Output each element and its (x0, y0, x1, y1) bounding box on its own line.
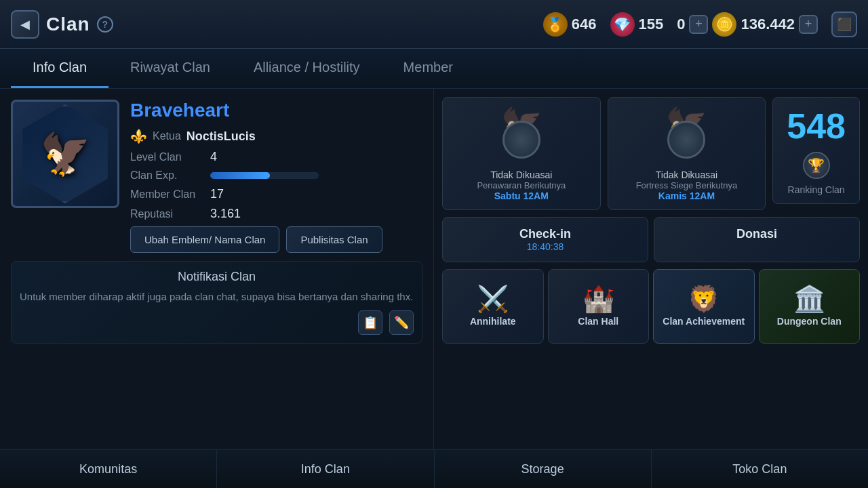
leader-name: NoctisLucis (186, 129, 256, 144)
notification-icons: 📋 ✏️ (20, 310, 414, 335)
notification-title: Notifikasi Clan (20, 270, 414, 284)
back-button[interactable]: ◀ (11, 10, 39, 39)
tab-riwayat-clan[interactable]: Riwayat Clan (108, 49, 232, 88)
ranking-icon: 🏆 (803, 152, 830, 179)
publicize-button[interactable]: Publisitas Clan (286, 226, 382, 253)
logout-button[interactable]: ⬛ (831, 12, 857, 37)
nav-komunitas[interactable]: Komunitas (0, 450, 217, 488)
gold-stat: 0 + 🪙 136.442 + (677, 12, 818, 37)
dungeon-card[interactable]: 🏛️ Dungeon Clan (759, 269, 861, 344)
checkin-time: 18:40:38 (452, 241, 638, 252)
tab-member[interactable]: Member (382, 49, 475, 88)
nav-toko-clan[interactable]: Toko Clan (652, 450, 868, 488)
coin-icon: 🪙 (712, 12, 736, 37)
donasi-button[interactable]: Donasi (654, 217, 860, 262)
clan-hall-label: Clan Hall (578, 316, 618, 327)
copy-icon[interactable]: 📋 (358, 310, 382, 335)
annihilate-card[interactable]: ⚔️ Annihilate (442, 269, 544, 344)
tab-bar: Info Clan Riwayat Clan Alliance / Hostil… (0, 49, 868, 89)
clan-name: Braveheart (130, 100, 422, 121)
fortress-time-1: Sabtu 12AM (494, 190, 549, 201)
level-label: Level Clan (130, 151, 205, 163)
fortress-label-1: Tidak Dikuasai (490, 169, 552, 180)
fortress-label-2: Tidak Dikuasai (656, 169, 717, 180)
leader-crown-icon: ⚜️ (130, 128, 147, 144)
clan-buttons: Ubah Emblem/ Nama Clan Publisitas Clan (130, 226, 422, 253)
edit-icon[interactable]: ✏️ (389, 310, 414, 335)
fortress-card-1: 🦅 Tidak Dikuasai Penawaran Berikutnya Sa… (442, 97, 601, 210)
tab-alliance-hostility[interactable]: Alliance / Hostility (232, 49, 382, 88)
clan-details: Braveheart ⚜️ Ketua NoctisLucis Level Cl… (130, 100, 422, 253)
leader-label: Ketua (153, 130, 181, 142)
fortress-sublabel-1: Penawaran Berikutnya (477, 180, 566, 190)
achievement-icon: 🦁 (688, 286, 719, 312)
header-stats: 🏅 646 💎 155 0 + 🪙 136.442 + ⬛ (543, 12, 857, 37)
member-label: Member Clan (130, 188, 205, 201)
clan-hall-card[interactable]: 🏰 Clan Hall (548, 269, 650, 344)
right-panel: 🦅 Tidak Dikuasai Penawaran Berikutnya Sa… (434, 89, 868, 488)
ranking-card: 548 🏆 Ranking Clan (772, 97, 860, 204)
page-title: Clan (46, 14, 90, 35)
dungeon-icon: 🏛️ (793, 286, 825, 312)
fortress-medal-2: 🦅 (659, 106, 713, 167)
checkin-button[interactable]: Check-in 18:40:38 (442, 217, 648, 262)
reputation-row: Reputasi 3.161 (130, 207, 422, 221)
achievement-label: Clan Achievement (663, 316, 745, 327)
fortress-row: 🦅 Tidak Dikuasai Penawaran Berikutnya Sa… (442, 97, 860, 210)
donasi-label: Donasi (664, 227, 850, 241)
ranking-label: Ranking Clan (788, 184, 845, 195)
exp-label: Clan Exp. (130, 169, 205, 182)
clan-hall-icon: 🏰 (583, 286, 614, 312)
nav-storage[interactable]: Storage (435, 450, 652, 488)
medal-circle-1 (502, 121, 540, 159)
tab-info-clan[interactable]: Info Clan (11, 49, 108, 88)
clan-info-row: 🦅 Braveheart ⚜️ Ketua NoctisLucis Level … (11, 100, 422, 253)
gold-add-button[interactable]: + (689, 15, 708, 34)
coin-value: 136.442 (741, 16, 795, 33)
checkin-label: Check-in (452, 227, 638, 241)
bronze-icon: 🏅 (543, 12, 568, 37)
annihilate-icon: ⚔️ (477, 286, 509, 312)
change-emblem-button[interactable]: Ubah Emblem/ Nama Clan (130, 226, 279, 253)
gem-icon: 💎 (610, 12, 635, 37)
medal-circle-2 (667, 121, 705, 159)
clan-emblem-icon: 🦅 (40, 130, 91, 178)
main-content: 🦅 Braveheart ⚜️ Ketua NoctisLucis Level … (0, 89, 868, 488)
reputation-label: Reputasi (130, 208, 205, 220)
bronze-value: 646 (572, 16, 597, 33)
annihilate-label: Annihilate (470, 316, 516, 327)
left-panel: 🦅 Braveheart ⚜️ Ketua NoctisLucis Level … (0, 89, 434, 488)
clan-emblem: 🦅 (11, 100, 119, 208)
bottom-nav: Komunitas Info Clan Storage Toko Clan (0, 449, 868, 488)
gem-stat: 💎 155 (610, 12, 664, 37)
gem-value: 155 (639, 16, 664, 33)
gold-value: 0 (677, 16, 685, 33)
level-row: Level Clan 4 (130, 150, 422, 164)
action-row: Check-in 18:40:38 Donasi (442, 217, 860, 262)
exp-fill (210, 172, 270, 179)
bronze-stat: 🏅 646 (543, 12, 597, 37)
member-row: Member Clan 17 (130, 187, 422, 201)
ranking-number: 548 (787, 106, 846, 146)
member-value: 17 (210, 187, 224, 201)
header: ◀ Clan ? 🏅 646 💎 155 0 + 🪙 136.442 + ⬛ (0, 0, 868, 49)
reputation-value: 3.161 (210, 207, 241, 221)
fortress-time-2: Kamis 12AM (658, 190, 715, 201)
fortress-card-2: 🦅 Tidak Dikuasai Fortress Siege Berikutn… (608, 97, 766, 210)
icons-row: ⚔️ Annihilate 🏰 Clan Hall 🦁 Clan Achieve… (442, 269, 860, 344)
level-value: 4 (210, 150, 217, 164)
exp-bar (210, 172, 319, 179)
header-left: ◀ Clan ? (11, 10, 113, 39)
exp-row: Clan Exp. (130, 169, 422, 182)
coin-add-button[interactable]: + (799, 15, 818, 34)
help-button[interactable]: ? (97, 16, 113, 33)
notification-text: Untuk member diharap aktif juga pada cla… (20, 289, 414, 305)
fortress-medal-1: 🦅 (494, 106, 549, 167)
achievement-card[interactable]: 🦁 Clan Achievement (653, 269, 755, 344)
notification-section: Notifikasi Clan Untuk member diharap akt… (11, 261, 422, 344)
nav-info-clan[interactable]: Info Clan (217, 450, 434, 488)
dungeon-label: Dungeon Clan (777, 316, 842, 327)
clan-leader-row: ⚜️ Ketua NoctisLucis (130, 128, 422, 144)
fortress-sublabel-2: Fortress Siege Berikutnya (636, 180, 738, 190)
